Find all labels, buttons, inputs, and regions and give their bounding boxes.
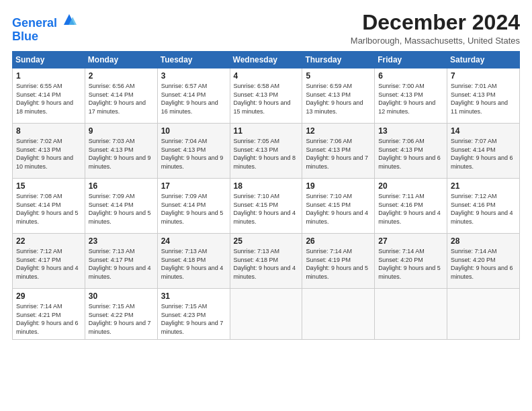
day-info: Sunrise: 7:10 AM Sunset: 4:15 PM Dayligh… [234, 192, 299, 226]
calendar-cell: 31 Sunrise: 7:15 AM Sunset: 4:23 PM Dayl… [157, 289, 230, 339]
weekday-header-cell: Saturday [447, 52, 520, 68]
calendar-cell [302, 289, 375, 339]
day-number: 5 [306, 71, 371, 81]
day-number: 25 [234, 236, 299, 246]
logo-icon [62, 12, 77, 27]
calendar-cell: 29 Sunrise: 7:14 AM Sunset: 4:21 PM Dayl… [13, 289, 85, 339]
logo-subtext: Blue [12, 30, 77, 44]
day-number: 20 [378, 181, 443, 191]
logo: General Blue [12, 13, 77, 44]
calendar-cell: 8 Sunrise: 7:02 AM Sunset: 4:13 PM Dayli… [13, 124, 85, 179]
day-number: 14 [451, 126, 516, 136]
day-number: 19 [306, 181, 371, 191]
calendar-cell: 13 Sunrise: 7:06 AM Sunset: 4:13 PM Dayl… [375, 124, 447, 179]
calendar-cell: 23 Sunrise: 7:13 AM Sunset: 4:17 PM Dayl… [85, 234, 157, 289]
day-info: Sunrise: 7:10 AM Sunset: 4:15 PM Dayligh… [306, 192, 371, 226]
calendar-body: 1 Sunrise: 6:55 AM Sunset: 4:14 PM Dayli… [13, 68, 520, 339]
day-number: 13 [378, 126, 443, 136]
day-info: Sunrise: 7:14 AM Sunset: 4:20 PM Dayligh… [451, 247, 516, 281]
calendar-cell: 24 Sunrise: 7:13 AM Sunset: 4:18 PM Dayl… [157, 234, 230, 289]
day-info: Sunrise: 7:00 AM Sunset: 4:13 PM Dayligh… [378, 82, 443, 116]
day-info: Sunrise: 7:13 AM Sunset: 4:18 PM Dayligh… [234, 247, 299, 281]
day-number: 23 [89, 236, 154, 246]
day-number: 27 [378, 236, 443, 246]
calendar-cell: 19 Sunrise: 7:10 AM Sunset: 4:15 PM Dayl… [302, 179, 375, 234]
day-info: Sunrise: 7:14 AM Sunset: 4:19 PM Dayligh… [306, 247, 371, 281]
calendar-week-row: 22 Sunrise: 7:12 AM Sunset: 4:17 PM Dayl… [13, 234, 520, 289]
day-number: 22 [16, 236, 81, 246]
day-info: Sunrise: 6:57 AM Sunset: 4:14 PM Dayligh… [161, 82, 226, 116]
day-number: 21 [451, 181, 516, 191]
calendar-cell: 1 Sunrise: 6:55 AM Sunset: 4:14 PM Dayli… [13, 68, 85, 124]
day-info: Sunrise: 7:03 AM Sunset: 4:13 PM Dayligh… [89, 137, 154, 171]
calendar-cell: 22 Sunrise: 7:12 AM Sunset: 4:17 PM Dayl… [13, 234, 85, 289]
calendar-cell: 16 Sunrise: 7:09 AM Sunset: 4:14 PM Dayl… [85, 179, 157, 234]
calendar-cell [230, 289, 302, 339]
day-info: Sunrise: 7:12 AM Sunset: 4:17 PM Dayligh… [16, 247, 81, 281]
day-info: Sunrise: 7:06 AM Sunset: 4:13 PM Dayligh… [378, 137, 443, 171]
calendar-cell [447, 289, 520, 339]
weekday-header-cell: Monday [85, 52, 157, 68]
weekday-header-row: SundayMondayTuesdayWednesdayThursdayFrid… [13, 52, 520, 68]
weekday-header-cell: Wednesday [230, 52, 302, 68]
day-info: Sunrise: 7:14 AM Sunset: 4:20 PM Dayligh… [378, 247, 443, 281]
day-number: 17 [161, 181, 226, 191]
day-number: 10 [161, 126, 226, 136]
day-number: 16 [89, 181, 154, 191]
day-info: Sunrise: 7:14 AM Sunset: 4:21 PM Dayligh… [16, 302, 81, 336]
calendar-cell: 26 Sunrise: 7:14 AM Sunset: 4:19 PM Dayl… [302, 234, 375, 289]
calendar-cell: 3 Sunrise: 6:57 AM Sunset: 4:14 PM Dayli… [157, 68, 230, 124]
weekday-header-cell: Sunday [13, 52, 85, 68]
day-info: Sunrise: 7:15 AM Sunset: 4:22 PM Dayligh… [89, 302, 154, 336]
day-info: Sunrise: 6:55 AM Sunset: 4:14 PM Dayligh… [16, 82, 81, 116]
calendar-cell: 4 Sunrise: 6:58 AM Sunset: 4:13 PM Dayli… [230, 68, 302, 124]
weekday-header-cell: Thursday [302, 52, 375, 68]
calendar-week-row: 8 Sunrise: 7:02 AM Sunset: 4:13 PM Dayli… [13, 124, 520, 179]
calendar-cell: 10 Sunrise: 7:04 AM Sunset: 4:13 PM Dayl… [157, 124, 230, 179]
day-info: Sunrise: 7:04 AM Sunset: 4:13 PM Dayligh… [161, 137, 226, 171]
weekday-header-cell: Friday [375, 52, 447, 68]
calendar-table: SundayMondayTuesdayWednesdayThursdayFrid… [12, 51, 520, 339]
calendar-cell: 20 Sunrise: 7:11 AM Sunset: 4:16 PM Dayl… [375, 179, 447, 234]
calendar-cell: 27 Sunrise: 7:14 AM Sunset: 4:20 PM Dayl… [375, 234, 447, 289]
calendar-week-row: 29 Sunrise: 7:14 AM Sunset: 4:21 PM Dayl… [13, 289, 520, 339]
calendar-cell: 6 Sunrise: 7:00 AM Sunset: 4:13 PM Dayli… [375, 68, 447, 124]
calendar-cell: 9 Sunrise: 7:03 AM Sunset: 4:13 PM Dayli… [85, 124, 157, 179]
location: Marlborough, Massachusetts, United State… [351, 36, 520, 46]
title-block: December 2024 Marlborough, Massachusetts… [351, 11, 520, 46]
day-info: Sunrise: 7:13 AM Sunset: 4:17 PM Dayligh… [89, 247, 154, 281]
calendar-cell: 17 Sunrise: 7:09 AM Sunset: 4:14 PM Dayl… [157, 179, 230, 234]
day-number: 9 [89, 126, 154, 136]
calendar-cell: 15 Sunrise: 7:08 AM Sunset: 4:14 PM Dayl… [13, 179, 85, 234]
month-title: December 2024 [351, 11, 520, 34]
calendar-cell: 5 Sunrise: 6:59 AM Sunset: 4:13 PM Dayli… [302, 68, 375, 124]
day-info: Sunrise: 7:08 AM Sunset: 4:14 PM Dayligh… [16, 192, 81, 226]
day-info: Sunrise: 7:02 AM Sunset: 4:13 PM Dayligh… [16, 137, 81, 171]
day-number: 24 [161, 236, 226, 246]
day-info: Sunrise: 7:13 AM Sunset: 4:18 PM Dayligh… [161, 247, 226, 281]
calendar-cell: 21 Sunrise: 7:12 AM Sunset: 4:16 PM Dayl… [447, 179, 520, 234]
calendar-cell: 25 Sunrise: 7:13 AM Sunset: 4:18 PM Dayl… [230, 234, 302, 289]
day-info: Sunrise: 6:56 AM Sunset: 4:14 PM Dayligh… [89, 82, 154, 116]
day-number: 1 [16, 71, 81, 81]
day-info: Sunrise: 7:12 AM Sunset: 4:16 PM Dayligh… [451, 192, 516, 226]
day-number: 3 [161, 71, 226, 81]
day-info: Sunrise: 7:11 AM Sunset: 4:16 PM Dayligh… [378, 192, 443, 226]
day-info: Sunrise: 7:01 AM Sunset: 4:13 PM Dayligh… [451, 82, 516, 116]
day-info: Sunrise: 7:07 AM Sunset: 4:14 PM Dayligh… [451, 137, 516, 171]
day-number: 2 [89, 71, 154, 81]
day-info: Sunrise: 7:05 AM Sunset: 4:13 PM Dayligh… [234, 137, 299, 171]
day-info: Sunrise: 7:09 AM Sunset: 4:14 PM Dayligh… [161, 192, 226, 226]
day-number: 18 [234, 181, 299, 191]
day-number: 6 [378, 71, 443, 81]
day-info: Sunrise: 7:09 AM Sunset: 4:14 PM Dayligh… [89, 192, 154, 226]
weekday-header-cell: Tuesday [157, 52, 230, 68]
calendar-week-row: 15 Sunrise: 7:08 AM Sunset: 4:14 PM Dayl… [13, 179, 520, 234]
day-info: Sunrise: 6:58 AM Sunset: 4:13 PM Dayligh… [234, 82, 299, 116]
calendar-cell: 30 Sunrise: 7:15 AM Sunset: 4:22 PM Dayl… [85, 289, 157, 339]
calendar-cell: 11 Sunrise: 7:05 AM Sunset: 4:13 PM Dayl… [230, 124, 302, 179]
page: General Blue December 2024 Marlborough, … [0, 0, 532, 411]
calendar-cell: 14 Sunrise: 7:07 AM Sunset: 4:14 PM Dayl… [447, 124, 520, 179]
day-number: 4 [234, 71, 299, 81]
day-number: 30 [89, 291, 154, 301]
